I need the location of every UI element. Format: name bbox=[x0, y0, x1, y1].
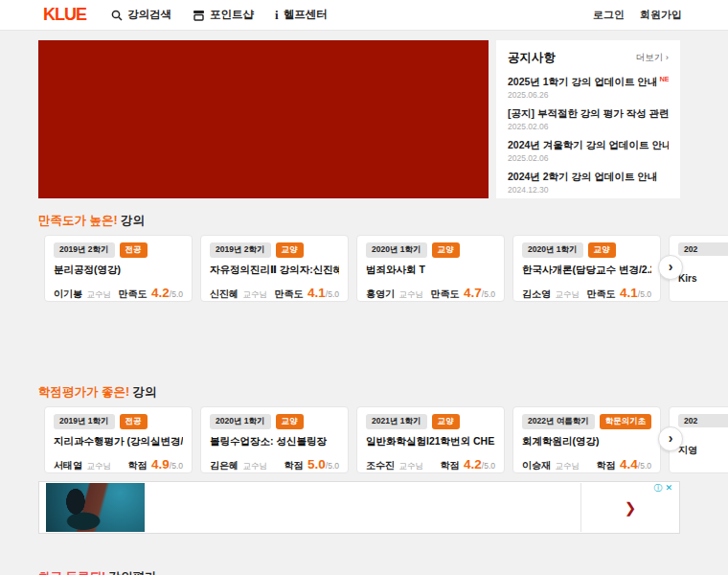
semester-badge: 2022년 여름학기 bbox=[522, 414, 595, 429]
klue-logo[interactable]: KLUE bbox=[43, 5, 86, 25]
score-max: /5.0 bbox=[170, 289, 183, 299]
professor-suffix: 교수님 bbox=[242, 289, 267, 299]
semester-badge: 2020년 1학기 bbox=[366, 242, 427, 258]
nav-label: 헬프센터 bbox=[284, 8, 328, 22]
lecture-card[interactable]: 2020년 1학기 교양 한국사개론(담당교수 변경/2.2... 김소영 교수… bbox=[512, 235, 661, 302]
score-label: 만족도 bbox=[275, 288, 304, 299]
new-badge: NEW bbox=[659, 75, 669, 83]
score-label: 학점 bbox=[128, 460, 148, 471]
professor-suffix: 교수님 bbox=[86, 289, 111, 299]
lecture-title: 회계학원리(영강) bbox=[522, 435, 651, 448]
notice-title: 2024년 2학기 강의 업데이트 안내 bbox=[508, 171, 657, 182]
card-carousel: 2019년 1학기 전공 지리과수행평가 (강의실변경/3... 서태열 교수님… bbox=[38, 406, 680, 473]
login-link[interactable]: 로그인 bbox=[593, 8, 625, 22]
section-recent-reviews: 최근 등록된! 강의평가 bbox=[38, 569, 680, 575]
professor-name: 김은혜 bbox=[210, 460, 239, 471]
professor-name: Kirs bbox=[678, 273, 696, 284]
lecture-card[interactable]: 2021년 1학기 교양 일반화학실험I21학번외 CHE... 조수진 교수님… bbox=[356, 406, 505, 473]
info-icon: i bbox=[275, 9, 279, 21]
professor-name: 홍영기 bbox=[366, 288, 395, 299]
lecture-card[interactable]: 2020년 1학기 교양 범죄와사회 T 홍영기 교수님 만족도 4.7/5.0 bbox=[356, 235, 505, 302]
professor-suffix: 교수님 bbox=[555, 461, 580, 471]
ad-next-icon[interactable]: ❯ bbox=[625, 499, 637, 517]
semester-badge: 2019년 2학기 bbox=[54, 242, 115, 258]
notice-title: 2025년 1학기 강의 업데이트 안내 bbox=[508, 76, 657, 87]
semester-badge: 202 bbox=[678, 242, 728, 256]
score-max: /5.0 bbox=[326, 461, 339, 471]
section-good-grades: 학점평가가 좋은! 강의 2019년 1학기 전공 지리과수행평가 (강의실변경… bbox=[38, 384, 680, 473]
lecture-title: 범죄와사회 T bbox=[366, 264, 495, 277]
carousel-next-button[interactable]: › bbox=[658, 255, 683, 280]
score-value: 4.2 bbox=[464, 457, 482, 472]
notice-date: 2025.02.06 bbox=[508, 122, 669, 131]
ad-banner[interactable]: ❯ ⓘ ✕ bbox=[38, 481, 680, 534]
notice-panel-title: 공지사항 bbox=[508, 50, 556, 66]
notice-item[interactable]: 2024년 2학기 강의 업데이트 안내 2024.12.30 bbox=[508, 171, 669, 195]
category-badge: 교양 bbox=[276, 414, 304, 429]
promo-banner[interactable] bbox=[38, 40, 489, 198]
nav-label: 강의검색 bbox=[127, 8, 171, 22]
professor-suffix: 교수님 bbox=[86, 461, 111, 471]
nav-label: 포인트샵 bbox=[210, 8, 254, 22]
score-value: 4.1 bbox=[307, 286, 326, 300]
nav-point-shop[interactable]: 포인트샵 bbox=[193, 8, 254, 22]
section-high-satisfaction: 만족도가 높은! 강의 2019년 2학기 전공 분리공정(영강) 이기봉 교수… bbox=[38, 213, 680, 302]
notice-title: 2024년 겨울학기 강의 업데이트 안내 bbox=[508, 139, 669, 150]
score-value: 4.9 bbox=[151, 457, 170, 472]
category-badge: 전공 bbox=[120, 414, 148, 429]
ad-close-icon[interactable]: ✕ bbox=[665, 484, 672, 493]
notice-date: 2025.02.06 bbox=[508, 153, 669, 163]
card-carousel: 2019년 2학기 전공 분리공정(영강) 이기봉 교수님 만족도 4.2/5.… bbox=[38, 235, 680, 302]
lecture-card[interactable]: 2020년 1학기 교양 볼링수업장소: 성신볼링장 김은혜 교수님 학점 5.… bbox=[200, 406, 349, 473]
professor-name: 김소영 bbox=[522, 288, 551, 299]
notice-panel: 공지사항 더보기 › 2025년 1학기 강의 업데이트 안내NEW 2025.… bbox=[496, 40, 680, 198]
professor-name: 서태열 bbox=[54, 460, 82, 471]
lecture-card[interactable]: 2019년 2학기 교양 자유정의진리Ⅱ 강의자:신진혜 신진혜 교수님 만족도… bbox=[200, 235, 349, 302]
lecture-title: 분리공정(영강) bbox=[54, 264, 183, 277]
carousel-next-button[interactable]: › bbox=[658, 426, 683, 451]
section-title: 학점평가가 좋은! 강의 bbox=[38, 384, 680, 401]
professor-suffix: 교수님 bbox=[242, 461, 267, 471]
score-max: /5.0 bbox=[638, 461, 651, 471]
notice-item[interactable]: 2025년 1학기 강의 업데이트 안내NEW 2025.06.26 bbox=[508, 75, 669, 100]
score-label: 학점 bbox=[597, 460, 616, 471]
semester-badge: 202 bbox=[678, 414, 728, 427]
professor-suffix: 교수님 bbox=[398, 461, 423, 471]
lecture-title: 지리과수행평가 (강의실변경/3... bbox=[54, 435, 183, 448]
notice-date: 2025.06.26 bbox=[508, 90, 669, 100]
adchoices-info-icon[interactable]: ⓘ bbox=[653, 484, 662, 493]
ad-image-swimmer bbox=[46, 483, 145, 532]
section-title: 만족도가 높은! 강의 bbox=[38, 213, 680, 229]
semester-badge: 2020년 1학기 bbox=[522, 242, 583, 258]
semester-badge: 2020년 1학기 bbox=[210, 414, 271, 429]
lecture-card[interactable]: 2019년 2학기 전공 분리공정(영강) 이기봉 교수님 만족도 4.2/5.… bbox=[44, 235, 193, 302]
lecture-card[interactable]: 2019년 1학기 전공 지리과수행평가 (강의실변경/3... 서태열 교수님… bbox=[44, 406, 193, 473]
section-title: 최근 등록된! 강의평가 bbox=[38, 569, 680, 575]
score-max: /5.0 bbox=[326, 289, 339, 299]
score-label: 학점 bbox=[441, 460, 460, 471]
nav-help-center[interactable]: i 헬프센터 bbox=[275, 8, 328, 22]
lecture-title: 볼링수업장소: 성신볼링장 bbox=[210, 435, 339, 448]
professor-suffix: 교수님 bbox=[398, 289, 423, 299]
semester-badge: 2021년 1학기 bbox=[366, 414, 427, 429]
notice-item[interactable]: [공지] 부적절한 강의 평가 작성 관련 공지 2025.02.06 bbox=[508, 107, 669, 131]
pointshop-icon bbox=[193, 10, 205, 21]
score-max: /5.0 bbox=[170, 461, 183, 471]
notice-more-link[interactable]: 더보기 › bbox=[636, 52, 669, 64]
category-badge: 전공 bbox=[120, 242, 148, 258]
score-label: 만족도 bbox=[431, 288, 460, 299]
signup-link[interactable]: 회원가입 bbox=[640, 8, 682, 22]
score-label: 만족도 bbox=[587, 288, 616, 299]
category-badge: 교양 bbox=[432, 414, 460, 429]
lecture-title: 한국사개론(담당교수 변경/2.2... bbox=[522, 264, 651, 277]
notice-item[interactable]: 2024년 겨울학기 강의 업데이트 안내 2025.02.06 bbox=[508, 139, 669, 163]
lecture-card[interactable]: 2022년 여름학기 학문의기초 회계학원리(영강) 이승재 교수님 학점 4.… bbox=[512, 406, 661, 473]
category-badge: 교양 bbox=[276, 242, 304, 258]
category-badge: 교양 bbox=[432, 242, 460, 258]
score-value: 4.4 bbox=[620, 457, 638, 472]
nav-lecture-search[interactable]: 강의검색 bbox=[111, 8, 171, 22]
score-value: 4.2 bbox=[151, 286, 170, 300]
category-badge: 교양 bbox=[588, 242, 616, 258]
hero-row: 공지사항 더보기 › 2025년 1학기 강의 업데이트 안내NEW 2025.… bbox=[38, 40, 680, 198]
professor-name: 조수진 bbox=[366, 460, 395, 471]
